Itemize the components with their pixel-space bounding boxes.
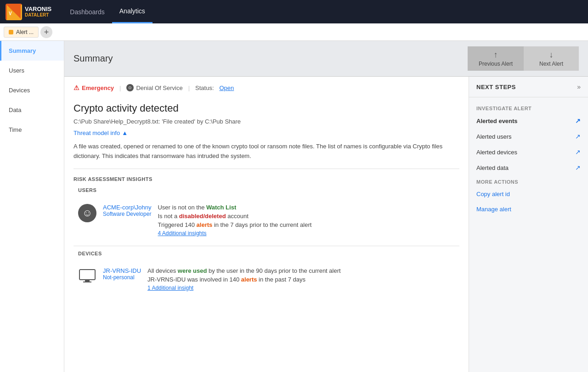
device-more-insights[interactable]: 1 Additional insight [147, 285, 455, 291]
right-panel: NEXT STEPS » INVESTIGATE ALERT Alerted e… [469, 77, 588, 372]
svg-rect-5 [83, 282, 91, 282]
user-card: ☺ ACME-corp\Johny Software Developer Use… [74, 199, 459, 241]
emergency-triangle-icon: ⚠ [74, 84, 79, 91]
nav-dashboards[interactable]: Dashboards [62, 0, 112, 23]
nav-analytics[interactable]: Analytics [112, 0, 153, 23]
user-insights: User is not on the Watch List Is not a d… [158, 204, 455, 237]
next-alert-button[interactable]: ↓ Next Alert [524, 46, 579, 71]
expand-icon[interactable]: » [577, 83, 581, 90]
content-area: Summary ↑ Previous Alert ↓ Next Alert [64, 41, 588, 372]
external-link-icon-events: ↗ [575, 117, 581, 124]
risk-section-title: RISK ASSESSMENT INSIGHTS [74, 176, 459, 182]
threat-model-toggle[interactable]: Threat model info ▲ [74, 130, 459, 136]
step-alerted-events-label: Alerted events [476, 118, 518, 124]
svg-rect-3 [79, 270, 95, 280]
scroll-container: ⚠ Emergency | ⊙ Denial Of Service | Stat… [64, 77, 588, 372]
emergency-label: Emergency [82, 85, 114, 91]
alert-tab[interactable]: Alert ... [4, 27, 39, 38]
separator2: | [188, 85, 190, 91]
step-alerted-events[interactable]: Alerted events ↗ [469, 113, 588, 129]
next-steps-title: NEXT STEPS [476, 84, 516, 90]
main-layout: Summary Users Devices Data Time Summary … [0, 41, 588, 372]
threat-model-label: Threat model info [74, 130, 120, 136]
step-alerted-users[interactable]: Alerted users ↗ [469, 129, 588, 144]
user-avatar-icon: ☺ [82, 207, 92, 219]
watchlist-link[interactable]: Watch List [206, 204, 236, 211]
sidebar: Summary Users Devices Data Time [0, 41, 64, 372]
svg-text:V: V [9, 11, 12, 16]
alerts-count-label: alerts [197, 221, 213, 228]
device-icon-wrap [78, 267, 96, 286]
page-title: Summary [74, 53, 113, 64]
chevron-up-icon: ▲ [122, 130, 128, 136]
device-card: JR-VRNS-IDU Not-personal All devices wer… [74, 263, 459, 296]
svg-rect-4 [85, 280, 90, 282]
right-panel-header: NEXT STEPS » [469, 77, 588, 97]
emergency-badge: ⚠ Emergency [74, 84, 114, 91]
external-link-icon-data: ↗ [575, 164, 581, 171]
insight-account-status: Is not a disabled/deleted account [158, 213, 455, 220]
more-actions-label: MORE ACTIONS [469, 175, 588, 186]
tab-dot [9, 30, 13, 34]
logo-varonis: VARONIS [25, 6, 51, 13]
disabled-deleted-label: disabled/deleted [179, 213, 226, 220]
device-type[interactable]: Not-personal [103, 274, 141, 281]
dos-label: Denial Of Service [136, 85, 182, 91]
insight-device-alerts: JR-VRNS-IDU was involved in 140 alerts i… [147, 276, 455, 283]
user-more-insights[interactable]: 4 Additional insights [158, 230, 455, 237]
step-alerted-data-label: Alerted data [476, 164, 509, 171]
top-nav: V VARONIS DATALERT Dashboards Analytics [0, 0, 588, 23]
threat-model-description: A file was created, opened or renamed to… [74, 142, 459, 169]
sidebar-item-summary[interactable]: Summary [0, 41, 64, 61]
dos-badge: ⊙ Denial Of Service [126, 84, 182, 91]
user-info: ACME-corp\Johny Software Developer [103, 204, 151, 217]
device-insights: All devices were used by the user in the… [147, 267, 455, 291]
sidebar-item-devices[interactable]: Devices [0, 80, 64, 100]
sidebar-item-time[interactable]: Time [0, 120, 64, 140]
logo: V VARONIS DATALERT [6, 4, 51, 20]
up-arrow-icon: ↑ [493, 50, 498, 60]
tab-label: Alert ... [16, 29, 34, 35]
alert-navigation: ↑ Previous Alert ↓ Next Alert [468, 46, 579, 71]
devices-section-title: DEVICES [74, 251, 459, 256]
device-info: JR-VRNS-IDU Not-personal [103, 267, 141, 281]
users-section-title: USERS [74, 187, 459, 193]
investigate-label: INVESTIGATE ALERT [469, 102, 588, 113]
manage-alert-link[interactable]: Manage alert [469, 202, 588, 217]
logo-datalert: DATALERT [25, 12, 51, 18]
step-alerted-devices-label: Alerted devices [476, 149, 517, 156]
step-alerted-data[interactable]: Alerted data ↗ [469, 160, 588, 175]
insight-watchlist: User is not on the Watch List [158, 204, 455, 211]
user-avatar: ☺ [78, 204, 96, 222]
external-link-icon-users: ↗ [575, 133, 581, 140]
down-arrow-icon: ↓ [549, 50, 554, 60]
status-label: Status: [195, 85, 214, 91]
device-alerts-count: alerts [241, 276, 257, 283]
sidebar-item-data[interactable]: Data [0, 100, 64, 120]
next-steps-section: INVESTIGATE ALERT Alerted events ↗ Alert… [469, 97, 588, 221]
alert-title: Crypto activity detected [74, 102, 459, 114]
main-panel: ⚠ Emergency | ⊙ Denial Of Service | Stat… [64, 77, 469, 372]
user-name[interactable]: ACME-corp\Johny [103, 204, 151, 211]
page-header: Summary ↑ Previous Alert ↓ Next Alert [64, 41, 588, 77]
separator1: | [119, 85, 121, 91]
status-value[interactable]: Open [220, 85, 234, 91]
external-link-icon-devices: ↗ [575, 148, 581, 156]
step-alerted-users-label: Alerted users [476, 133, 512, 140]
step-alerted-devices[interactable]: Alerted devices ↗ [469, 144, 588, 160]
user-role[interactable]: Software Developer [103, 211, 151, 217]
were-used-label: were used [178, 267, 207, 274]
device-name[interactable]: JR-VRNS-IDU [103, 267, 141, 274]
copy-alert-id-link[interactable]: Copy alert id [469, 186, 588, 202]
dos-icon: ⊙ [126, 84, 134, 91]
alert-meta: ⚠ Emergency | ⊙ Denial Of Service | Stat… [74, 84, 459, 96]
sidebar-item-users[interactable]: Users [0, 61, 64, 80]
logo-icon: V [6, 4, 22, 20]
previous-alert-button[interactable]: ↑ Previous Alert [468, 46, 524, 71]
section-divider [74, 246, 459, 246]
add-tab-button[interactable]: + [40, 26, 52, 38]
monitor-icon [79, 269, 96, 284]
tab-bar: Alert ... + [0, 23, 588, 41]
alert-path: C:\Pub Share\Help_Decrypt8.txt: 'File cr… [74, 118, 459, 125]
risk-assessment-section: RISK ASSESSMENT INSIGHTS USERS ☺ ACME-co… [74, 176, 459, 296]
